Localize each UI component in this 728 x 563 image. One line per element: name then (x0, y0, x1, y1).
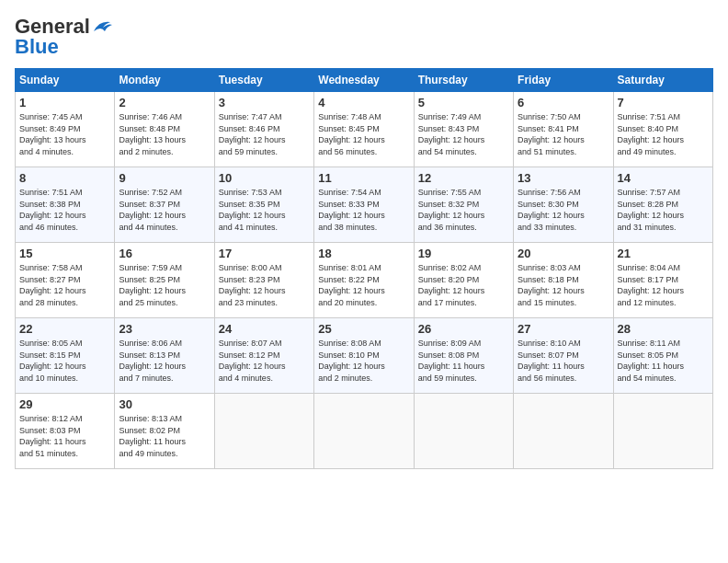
calendar-cell: 29Sunrise: 8:12 AMSunset: 8:03 PMDayligh… (16, 394, 115, 469)
calendar-cell: 8Sunrise: 7:51 AMSunset: 8:38 PMDaylight… (16, 167, 115, 243)
calendar-cell: 21Sunrise: 8:04 AMSunset: 8:17 PMDayligh… (613, 243, 712, 318)
day-number: 20 (518, 247, 609, 260)
day-info: Sunrise: 8:10 AMSunset: 8:07 PMDaylight:… (518, 338, 609, 384)
day-info: Sunrise: 7:53 AMSunset: 8:35 PMDaylight:… (219, 187, 310, 233)
day-number: 18 (318, 247, 409, 260)
day-number: 8 (19, 171, 110, 185)
day-info: Sunrise: 7:58 AMSunset: 8:27 PMDaylight:… (19, 262, 110, 308)
day-info: Sunrise: 7:56 AMSunset: 8:30 PMDaylight:… (518, 187, 609, 233)
day-number: 9 (119, 171, 210, 185)
day-number: 12 (418, 171, 509, 185)
day-number: 21 (618, 247, 709, 260)
calendar-week-row: 22Sunrise: 8:05 AMSunset: 8:15 PMDayligh… (16, 318, 713, 394)
day-info: Sunrise: 7:57 AMSunset: 8:28 PMDaylight:… (618, 187, 709, 233)
calendar-cell: 25Sunrise: 8:08 AMSunset: 8:10 PMDayligh… (314, 318, 414, 394)
calendar-cell: 26Sunrise: 8:09 AMSunset: 8:08 PMDayligh… (414, 318, 513, 394)
calendar-cell (214, 394, 313, 469)
calendar-cell: 30Sunrise: 8:13 AMSunset: 8:02 PMDayligh… (115, 394, 214, 469)
calendar-table: SundayMondayTuesdayWednesdayThursdayFrid… (15, 68, 713, 469)
day-number: 2 (119, 96, 210, 109)
day-info: Sunrise: 8:09 AMSunset: 8:08 PMDaylight:… (418, 338, 509, 384)
calendar-cell: 10Sunrise: 7:53 AMSunset: 8:35 PMDayligh… (214, 167, 313, 243)
logo-bird-icon (92, 18, 112, 35)
day-number: 15 (19, 247, 110, 260)
day-number: 3 (219, 96, 310, 109)
day-number: 22 (19, 322, 110, 336)
weekday-header: Thursday (414, 69, 513, 92)
day-info: Sunrise: 7:51 AMSunset: 8:38 PMDaylight:… (19, 187, 110, 233)
day-number: 7 (618, 96, 709, 109)
calendar-header-row: SundayMondayTuesdayWednesdayThursdayFrid… (16, 69, 713, 92)
calendar-cell: 12Sunrise: 7:55 AMSunset: 8:32 PMDayligh… (414, 167, 513, 243)
day-info: Sunrise: 7:59 AMSunset: 8:25 PMDaylight:… (119, 262, 210, 308)
calendar-cell: 9Sunrise: 7:52 AMSunset: 8:37 PMDaylight… (115, 167, 214, 243)
day-info: Sunrise: 8:13 AMSunset: 8:02 PMDaylight:… (119, 413, 210, 459)
calendar-cell: 23Sunrise: 8:06 AMSunset: 8:13 PMDayligh… (115, 318, 214, 394)
calendar-cell: 6Sunrise: 7:50 AMSunset: 8:41 PMDaylight… (514, 92, 613, 167)
day-number: 10 (219, 171, 310, 185)
day-info: Sunrise: 8:11 AMSunset: 8:05 PMDaylight:… (618, 338, 709, 384)
calendar-cell: 16Sunrise: 7:59 AMSunset: 8:25 PMDayligh… (115, 243, 214, 318)
day-number: 28 (618, 322, 709, 336)
day-info: Sunrise: 7:51 AMSunset: 8:40 PMDaylight:… (618, 111, 709, 157)
day-number: 5 (418, 96, 509, 109)
calendar-cell (613, 394, 712, 469)
page-header: General Blue (15, 15, 713, 59)
logo: General Blue (15, 15, 112, 59)
weekday-header: Wednesday (314, 69, 414, 92)
day-number: 26 (418, 322, 509, 336)
weekday-header: Monday (115, 69, 214, 92)
calendar-cell: 18Sunrise: 8:01 AMSunset: 8:22 PMDayligh… (314, 243, 414, 318)
day-number: 6 (518, 96, 609, 109)
logo-blue: Blue (15, 35, 59, 59)
calendar-cell: 13Sunrise: 7:56 AMSunset: 8:30 PMDayligh… (514, 167, 613, 243)
day-number: 14 (618, 171, 709, 185)
calendar-cell: 27Sunrise: 8:10 AMSunset: 8:07 PMDayligh… (514, 318, 613, 394)
calendar-cell: 22Sunrise: 8:05 AMSunset: 8:15 PMDayligh… (16, 318, 115, 394)
weekday-header: Friday (514, 69, 613, 92)
day-info: Sunrise: 7:50 AMSunset: 8:41 PMDaylight:… (518, 111, 609, 157)
day-info: Sunrise: 7:55 AMSunset: 8:32 PMDaylight:… (418, 187, 509, 233)
calendar-body: 1Sunrise: 7:45 AMSunset: 8:49 PMDaylight… (16, 92, 713, 469)
calendar-week-row: 29Sunrise: 8:12 AMSunset: 8:03 PMDayligh… (16, 394, 713, 469)
day-info: Sunrise: 8:12 AMSunset: 8:03 PMDaylight:… (19, 413, 110, 459)
calendar-cell: 4Sunrise: 7:48 AMSunset: 8:45 PMDaylight… (314, 92, 414, 167)
day-number: 24 (219, 322, 310, 336)
day-info: Sunrise: 8:01 AMSunset: 8:22 PMDaylight:… (318, 262, 409, 308)
day-number: 13 (518, 171, 609, 185)
day-info: Sunrise: 8:00 AMSunset: 8:23 PMDaylight:… (219, 262, 310, 308)
day-info: Sunrise: 8:06 AMSunset: 8:13 PMDaylight:… (119, 338, 210, 384)
calendar-cell: 17Sunrise: 8:00 AMSunset: 8:23 PMDayligh… (214, 243, 313, 318)
calendar-cell: 7Sunrise: 7:51 AMSunset: 8:40 PMDaylight… (613, 92, 712, 167)
day-number: 4 (318, 96, 409, 109)
day-info: Sunrise: 7:45 AMSunset: 8:49 PMDaylight:… (19, 111, 110, 157)
calendar-cell: 20Sunrise: 8:03 AMSunset: 8:18 PMDayligh… (514, 243, 613, 318)
day-number: 19 (418, 247, 509, 260)
day-number: 16 (119, 247, 210, 260)
day-number: 1 (19, 96, 110, 109)
day-info: Sunrise: 8:02 AMSunset: 8:20 PMDaylight:… (418, 262, 509, 308)
day-info: Sunrise: 7:48 AMSunset: 8:45 PMDaylight:… (318, 111, 409, 157)
day-number: 23 (119, 322, 210, 336)
calendar-week-row: 8Sunrise: 7:51 AMSunset: 8:38 PMDaylight… (16, 167, 713, 243)
day-info: Sunrise: 8:03 AMSunset: 8:18 PMDaylight:… (518, 262, 609, 308)
day-info: Sunrise: 8:07 AMSunset: 8:12 PMDaylight:… (219, 338, 310, 384)
day-info: Sunrise: 8:04 AMSunset: 8:17 PMDaylight:… (618, 262, 709, 308)
calendar-week-row: 1Sunrise: 7:45 AMSunset: 8:49 PMDaylight… (16, 92, 713, 167)
calendar-cell: 5Sunrise: 7:49 AMSunset: 8:43 PMDaylight… (414, 92, 513, 167)
day-info: Sunrise: 7:49 AMSunset: 8:43 PMDaylight:… (418, 111, 509, 157)
calendar-cell: 15Sunrise: 7:58 AMSunset: 8:27 PMDayligh… (16, 243, 115, 318)
weekday-header: Sunday (16, 69, 115, 92)
calendar-cell: 24Sunrise: 8:07 AMSunset: 8:12 PMDayligh… (214, 318, 313, 394)
calendar-week-row: 15Sunrise: 7:58 AMSunset: 8:27 PMDayligh… (16, 243, 713, 318)
day-info: Sunrise: 7:52 AMSunset: 8:37 PMDaylight:… (119, 187, 210, 233)
weekday-header: Tuesday (214, 69, 313, 92)
calendar-cell (414, 394, 513, 469)
calendar-cell: 14Sunrise: 7:57 AMSunset: 8:28 PMDayligh… (613, 167, 712, 243)
day-number: 30 (119, 397, 210, 411)
calendar-cell: 28Sunrise: 8:11 AMSunset: 8:05 PMDayligh… (613, 318, 712, 394)
day-info: Sunrise: 7:47 AMSunset: 8:46 PMDaylight:… (219, 111, 310, 157)
calendar-cell: 19Sunrise: 8:02 AMSunset: 8:20 PMDayligh… (414, 243, 513, 318)
calendar-cell: 2Sunrise: 7:46 AMSunset: 8:48 PMDaylight… (115, 92, 214, 167)
weekday-header: Saturday (613, 69, 712, 92)
